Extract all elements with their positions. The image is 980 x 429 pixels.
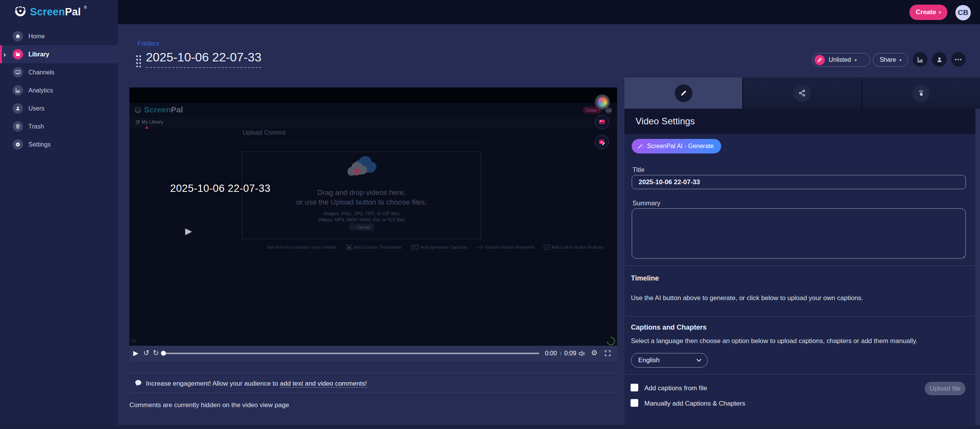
summary-textarea[interactable] [632,208,966,259]
duration: 0:09 [564,350,576,357]
active-nav-caret [145,126,149,129]
link-icon [814,55,825,65]
video-customize-strip: See how to customize your content: ▣Add … [267,245,603,249]
engagement-promo: Increase engagement! Allow your audience… [146,380,367,388]
analytics-chart-icon [13,85,23,96]
color-wheel-icon [598,97,608,107]
player-controls: ▶ ↺ ↻ 0:00 / 0:09 ⚙ [129,346,617,361]
current-time: 0:00 [545,350,557,357]
breadcrumb-folders[interactable]: Folders [137,40,159,48]
video-divider [243,142,481,143]
thumbnail-color-tool-button[interactable] [595,94,610,109]
video-green-logo-fragment [605,335,617,347]
sidebar-item-settings[interactable]: › Settings [0,135,118,153]
thumbnail-image-tool-button[interactable] [595,115,609,129]
page-footer-strip [0,425,980,429]
folder-icon [13,49,23,59]
privacy-dropdown[interactable]: Unlisted ▾ [812,53,870,67]
my-library-nav-item: My Library [136,119,163,125]
logo-text-screen: Screen [144,105,171,114]
title-drag-handle-icon[interactable] [136,54,141,67]
forward-icon[interactable]: ↻ [153,349,159,357]
panel-title: Video Settings [636,116,695,127]
captions-cc-icon: CC [411,245,419,250]
video-upload-button: ↑ Upload [349,223,374,231]
sidebar-item-label: Channels [28,69,55,76]
analytics-button[interactable] [913,52,927,67]
top-bar [118,0,980,24]
sidebar-item-users[interactable]: › Users [0,99,118,117]
create-label: Create [916,8,936,16]
timeline-description: Use the AI button above to generate, or … [631,294,863,302]
share-nodes-icon [793,84,811,102]
analytics-icon [917,56,924,63]
image-icon [598,118,606,125]
sidebar-item-library[interactable]: › Library [0,45,118,63]
interact-tap-icon [912,84,930,102]
tab-share[interactable] [743,78,862,109]
user-avatar[interactable]: CB [955,5,971,20]
sidebar-item-home[interactable]: › Home [0,27,118,45]
sidebar-nav: › Home › Library › Channels [0,27,118,153]
video-content-nav: My Library [129,117,617,127]
panel-tabs [624,78,980,109]
panel-scrollbar[interactable] [975,109,980,425]
customize-item: CCAuto-generate Captions [411,245,467,249]
customize-item: ▭Add Call-to-Action Buttons [544,245,603,249]
avatar-initials: CB [958,8,968,17]
sidebar-item-label: Users [28,105,45,112]
language-value: English [638,356,660,364]
video-play-overlay-button[interactable]: ▶ [178,221,197,241]
manually-add-captions-checkbox[interactable] [631,399,638,407]
logo-text-pal: Pal [65,6,81,18]
video-player[interactable]: ScreenPal My Library Upload Content Drag… [129,87,617,361]
share-dropdown[interactable]: Share ▾ [873,53,908,67]
progress-handle[interactable] [161,351,166,356]
tab-edit[interactable] [624,78,743,109]
sidebar-item-analytics[interactable]: › Analytics [0,81,118,99]
screenpal-smiley-icon [134,106,142,113]
upload-file-button[interactable]: Upload file [925,382,965,395]
upload-arrow-icon: ↑ [353,225,356,229]
video-upload-heading: Upload Content [243,129,285,136]
sidebar-item-channels[interactable]: › Channels [0,63,118,81]
video-overlay-title: 2025-10-06 22-07-33 [170,183,270,195]
add-comments-link[interactable]: add text and video comments! [280,380,367,388]
sidebar-item-label: Library [28,51,49,58]
fullscreen-icon[interactable] [604,350,611,357]
chevron-down-icon: ▾ [899,58,901,62]
comment-bubble-icon [134,379,142,387]
active-arrow-icon: › [3,51,6,58]
language-select[interactable]: English [631,353,708,368]
timeline-heading: Timeline [631,274,659,282]
library-icon [136,120,140,124]
add-captions-from-file-checkbox[interactable] [631,384,638,391]
page-title[interactable]: 2025-10-06 22-07-33 [146,50,262,68]
pencil-icon [675,84,692,102]
viewers-button[interactable] [932,52,947,67]
divider [624,374,975,375]
rewind-icon[interactable]: ↺ [143,349,149,357]
sidebar-item-label: Trash [28,123,44,130]
sidebar-item-trash[interactable]: › Trash [0,117,118,135]
viewer-icon [936,56,943,63]
more-options-button[interactable]: ••• [951,52,966,67]
customize-item: ▣Add Custom Thumbnails [346,245,402,249]
volume-icon[interactable] [578,350,586,358]
title-field-label: Title [632,166,645,174]
create-button[interactable]: Create ▾ [909,5,947,20]
video-videos-formats: Videos: MP4, MOV, WMV, AVI, or FLV files [242,217,481,223]
play-button[interactable]: ▶ [133,349,138,357]
screenpal-logo[interactable]: ScreenPal ® [14,5,87,19]
more-options-icon: ••• [955,57,962,63]
video-edit-tool-button[interactable] [595,135,609,149]
ai-generate-button[interactable]: ScreenPal AI - Generate [632,139,721,153]
player-settings-gear-icon[interactable]: ⚙ [591,348,598,357]
summary-field-label: Summary [632,200,661,207]
sidebar: ScreenPal ® › Home › Library › [0,0,118,429]
add-captions-from-file-label: Add captions from file [644,384,707,392]
tab-interact[interactable] [862,78,980,109]
progress-bar[interactable] [163,353,539,354]
promo-text: Increase engagement! Allow your audience… [146,380,280,387]
title-input[interactable] [632,175,966,189]
